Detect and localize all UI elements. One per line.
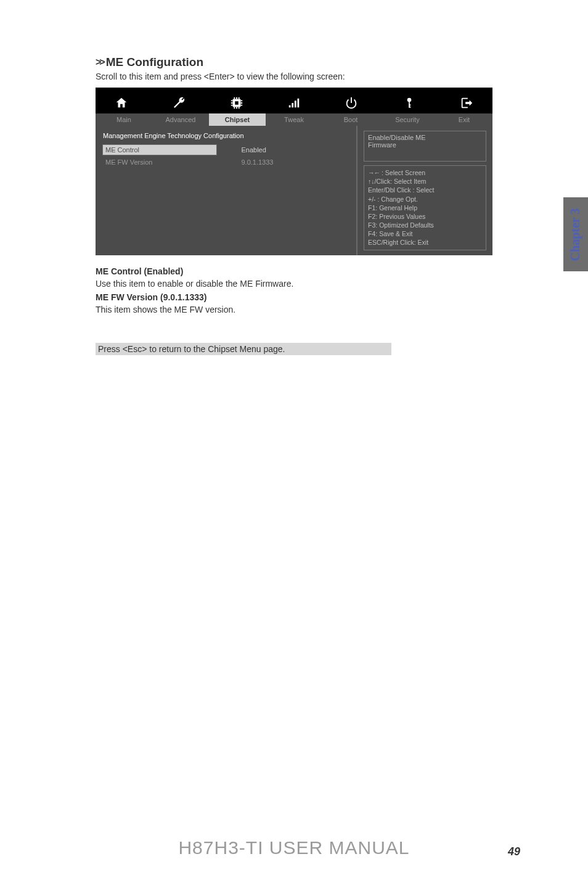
keys-line: Enter/Dbl Click : Select [368,186,482,194]
paragraph: This item shows the ME FW version. [96,305,492,314]
tab-boot[interactable]: Boot [322,113,379,126]
keys-line: F2: Previous Values [368,212,482,221]
tab-tweak[interactable]: Tweak [266,113,322,126]
field-me-fw-version: ME FW Version 9.0.1.1333 [103,157,350,168]
signal-icon [286,96,302,110]
field-label: ME FW Version [103,157,216,167]
exit-icon [459,96,474,110]
bios-page-header: Management Engine Technology Configurati… [103,132,350,139]
tab-icon-tweak[interactable] [274,96,313,110]
tab-advanced[interactable]: Advanced [152,113,209,126]
keys-line: F3: Optimized Defaults [368,221,482,229]
page-footer: H87H3-TI USER MANUAL 49 [0,837,588,858]
power-icon [344,96,359,110]
bios-main-area: Management Engine Technology Configurati… [96,126,357,255]
keys-line: →← : Select Screen [368,168,482,177]
chapter-label: Chapter 3 [569,208,583,261]
bios-panel: Main Advanced Chipset Tweak Boot Securit… [96,88,492,255]
tab-icon-chipset[interactable] [217,96,256,110]
field-label: ME Control [103,145,216,155]
wrench-icon [171,96,187,110]
heading-me-control: ME Control (Enabled) [96,266,492,276]
keys-line: ↑↓/Click: Select Item [368,177,482,186]
bios-icon-row [96,88,492,113]
tab-security[interactable]: Security [379,113,436,126]
keys-line: ESC/Right Click: Exit [368,238,482,247]
tab-icon-advanced[interactable] [159,96,198,110]
bios-help-box: Enable/Disable ME Firmware [364,131,486,162]
keys-line: +/- : Change Opt. [368,195,482,203]
manual-title: H87H3-TI USER MANUAL [0,837,588,858]
heading-me-fw-version: ME FW Version (9.0.1.1333) [96,292,492,302]
svg-point-2 [407,98,411,102]
field-value: 9.0.1.1333 [216,158,350,166]
tab-icon-exit[interactable] [447,96,486,110]
chevrons-icon: >> [96,57,104,68]
chapter-tab: Chapter 3 [563,197,588,271]
svg-rect-4 [409,105,410,106]
field-me-control[interactable]: ME Control Enabled [103,144,350,155]
tab-icon-security[interactable] [390,96,428,110]
tab-chipset[interactable]: Chipset [209,113,266,126]
svg-rect-5 [409,107,410,108]
section-subtitle: Scroll to this item and press <Enter> to… [96,72,492,81]
chip-icon [229,96,245,110]
home-icon [113,96,129,110]
section-title: ME Configuration [106,55,203,69]
bios-tab-labels: Main Advanced Chipset Tweak Boot Securit… [96,113,492,126]
key-icon [403,96,415,110]
tab-icon-main[interactable] [102,96,141,110]
paragraph: Use this item to enable or disable the M… [96,279,492,289]
tab-exit[interactable]: Exit [436,113,492,126]
svg-rect-1 [235,101,239,105]
field-value: Enabled [216,146,350,154]
tab-main[interactable]: Main [96,113,152,126]
bios-keys-box: →← : Select Screen ↑↓/Click: Select Item… [364,165,486,250]
section-header: >> ME Configuration [96,55,492,69]
help-line: Enable/Disable ME [368,134,482,141]
keys-line: F4: Save & Exit [368,229,482,238]
keys-line: F1: General Help [368,203,482,212]
page-number: 49 [508,845,520,858]
help-line: Firmware [368,141,482,149]
esc-note: Press <Esc> to return to the Chipset Men… [96,343,391,355]
tab-icon-boot[interactable] [332,96,371,110]
arrows-icon: →← [368,169,380,176]
